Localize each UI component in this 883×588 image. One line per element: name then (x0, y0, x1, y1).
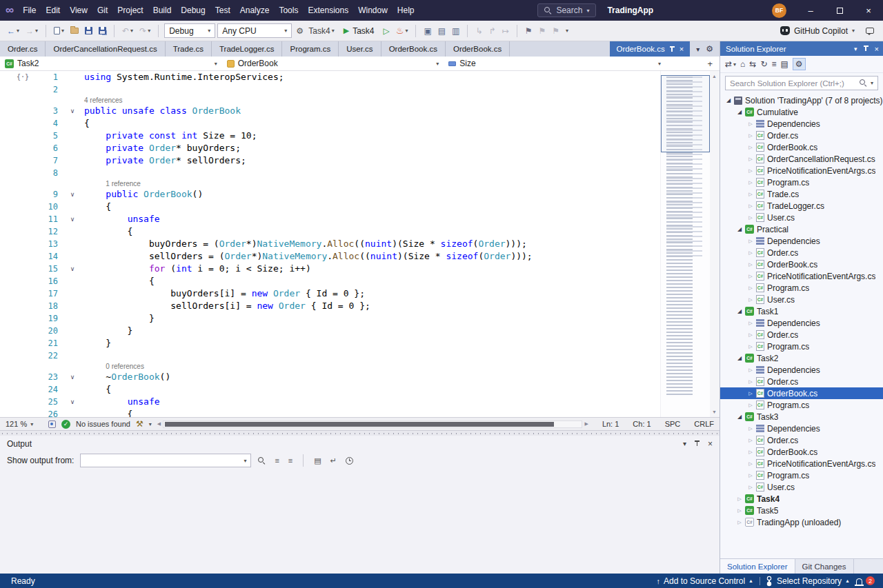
line-number[interactable]: 20 (0, 325, 61, 337)
hot-reload-button[interactable]: ♨▾ (394, 23, 410, 39)
tree-item-order-cs[interactable]: ▷C#Order.cs (720, 434, 883, 446)
line-number[interactable]: 1 (0, 71, 61, 83)
tree-item-program-cs[interactable]: ▷C#Program.cs (720, 176, 883, 188)
undo-button[interactable]: ↶▾ (120, 23, 135, 39)
codelens-references[interactable]: 0 references (84, 362, 144, 371)
code-text[interactable]: { (84, 408, 132, 417)
scrollbar-thumb[interactable] (165, 422, 554, 427)
code-text[interactable]: ~OrderBook() (84, 371, 170, 383)
fold-marker-icon[interactable]: ∨ (61, 263, 84, 275)
expand-arrow-icon[interactable]: ▷ (746, 367, 755, 373)
pin-icon[interactable] (864, 45, 869, 52)
scroll-down-icon[interactable]: ▼ (712, 409, 717, 414)
code-text[interactable]: private Order* sellOrders; (84, 154, 246, 167)
startup-project-dropdown[interactable]: ⚙ Task4▾ (294, 23, 336, 39)
tree-item-program-cs[interactable]: ▷C#Program.cs (720, 282, 883, 294)
menu-view[interactable]: View (65, 0, 92, 21)
tree-item-user-cs[interactable]: ▷C#User.cs (720, 481, 883, 493)
tree-item-program-cs[interactable]: ▷C#Program.cs (720, 399, 883, 411)
spaces-indicator[interactable]: SPC (665, 420, 681, 428)
codelens-references[interactable]: 4 references (84, 96, 123, 105)
minimize-button[interactable]: – (796, 0, 825, 21)
tree-item-orderbook-cs[interactable]: ▷C#OrderBook.cs (720, 141, 883, 153)
expand-arrow-icon[interactable]: ▷ (746, 473, 755, 478)
close-tab-icon[interactable]: × (679, 45, 684, 53)
find-in-files-button[interactable]: ▣ (421, 23, 433, 39)
horizontal-scrollbar[interactable]: ◀ ▶ (157, 420, 588, 428)
tree-item-program-cs[interactable]: ▷C#Program.cs (720, 469, 883, 481)
properties-icon[interactable]: ⚙ (793, 58, 806, 70)
tree-item-order-cs[interactable]: ▷C#Order.cs (720, 247, 883, 258)
document-health-icon[interactable] (48, 420, 56, 428)
tab-solution-explorer[interactable]: Solution Explorer (720, 559, 795, 574)
send-feedback-icon[interactable] (866, 28, 874, 34)
previous-message-icon[interactable]: ≡ (272, 456, 281, 465)
code-text[interactable]: { (84, 201, 111, 213)
expand-arrow-icon[interactable]: ▷ (746, 274, 755, 279)
tree-item-dependencies[interactable]: ▷Dependencies (720, 235, 883, 247)
quick-search-box[interactable]: Search ▾ (537, 3, 596, 17)
tab-ordercancellationrequest-cs[interactable]: OrderCancellationRequest.cs (46, 41, 165, 57)
menu-project[interactable]: Project (112, 0, 148, 21)
collapse-arrow-icon[interactable]: ◢ (735, 355, 744, 361)
expand-arrow-icon[interactable]: ▷ (746, 239, 755, 244)
tab-user-cs[interactable]: User.cs (339, 41, 381, 57)
search-input[interactable] (730, 79, 856, 88)
save-all-button[interactable] (97, 23, 108, 39)
tree-item-practical[interactable]: ◢C#Practical (720, 223, 883, 235)
expand-arrow-icon[interactable]: ▷ (746, 461, 755, 467)
vertical-scrollbar[interactable]: ▲ ▼ (710, 71, 720, 417)
line-number[interactable]: 19 (0, 312, 61, 325)
maximize-button[interactable] (825, 0, 854, 21)
code-text[interactable]: sellOrders = (Order*)NativeMemory.Alloc(… (84, 250, 533, 263)
breadcrumb-member-dropdown[interactable]: Size ▾ (444, 59, 666, 68)
expand-arrow-icon[interactable]: ▷ (746, 250, 755, 256)
sync-with-active-document-icon[interactable]: ⇆ (749, 59, 756, 69)
expand-arrow-icon[interactable]: ▷ (746, 203, 755, 209)
copilot-label[interactable]: GitHub Copilot (794, 26, 848, 36)
menu-debug[interactable]: Debug (176, 0, 210, 21)
line-number[interactable]: 18 (0, 300, 61, 312)
expand-arrow-icon[interactable]: ▷ (735, 520, 744, 525)
issues-label[interactable]: No issues found (76, 420, 130, 428)
tree-item-user-cs[interactable]: ▷C#User.cs (720, 294, 883, 305)
tree-item-pricenotificationeventargs-cs[interactable]: ▷C#PriceNotificationEventArgs.cs (720, 270, 883, 282)
solution-explorer-search[interactable]: ▾ (725, 76, 878, 90)
expand-arrow-icon[interactable]: ▷ (746, 438, 755, 443)
line-number[interactable]: 26 (0, 408, 61, 417)
line-number[interactable]: 15 (0, 263, 61, 275)
split-window-icon[interactable]: + (707, 59, 713, 69)
collapse-arrow-icon[interactable]: ◢ (735, 109, 744, 115)
breadcrumb-type-dropdown[interactable]: OrderBook ▾ (222, 59, 444, 68)
code-text[interactable]: } (84, 325, 132, 337)
line-number[interactable]: 3 (0, 105, 61, 117)
switch-views-icon[interactable]: ⇄▾ (725, 59, 736, 69)
minimap[interactable] (660, 71, 710, 417)
codelens-references[interactable]: 1 reference (84, 179, 141, 188)
pin-icon[interactable] (670, 45, 675, 53)
collapse-arrow-icon[interactable]: ◢ (735, 414, 744, 420)
expand-arrow-icon[interactable]: ▷ (746, 121, 755, 127)
tree-item-order-cs[interactable]: ▷C#Order.cs (720, 376, 883, 387)
tree-item-cumulative[interactable]: ◢C#Cumulative (720, 106, 883, 118)
code-text[interactable]: private const int Size = 10; (84, 130, 257, 142)
code-text[interactable]: unsafe (84, 396, 160, 408)
word-wrap-icon[interactable]: ↵ (328, 456, 339, 465)
tree-item-ordercancellationrequest-cs[interactable]: ▷C#OrderCancellationRequest.cs (720, 153, 883, 165)
fold-marker-icon[interactable]: ∨ (61, 105, 84, 117)
tree-item-trade-cs[interactable]: ▷C#Trade.cs (720, 188, 883, 200)
open-file-button[interactable] (68, 23, 81, 39)
expand-arrow-icon[interactable]: ▷ (746, 344, 755, 349)
tree-item-orderbook-cs[interactable]: ▷C#OrderBook.cs (720, 387, 883, 399)
tab-settings-icon[interactable]: ⚙ (706, 44, 713, 54)
find-message-icon[interactable] (256, 457, 268, 465)
tree-item-tradingapp-unloaded-[interactable]: ▷C#TradingApp (unloaded) (720, 516, 883, 528)
code-text[interactable]: buyOrders[i] = new Order { Id = 0 }; (84, 287, 365, 300)
line-number[interactable]: 4 (0, 117, 61, 130)
code-text[interactable]: for (int i = 0; i < Size; i++) (84, 263, 311, 275)
tree-item-dependencies[interactable]: ▷Dependencies (720, 364, 883, 376)
line-number[interactable]: 17 (0, 287, 61, 300)
menu-test[interactable]: Test (210, 0, 235, 21)
show-all-files-icon[interactable]: ▤ (780, 59, 788, 69)
output-source-dropdown[interactable]: ▾ (80, 454, 251, 467)
